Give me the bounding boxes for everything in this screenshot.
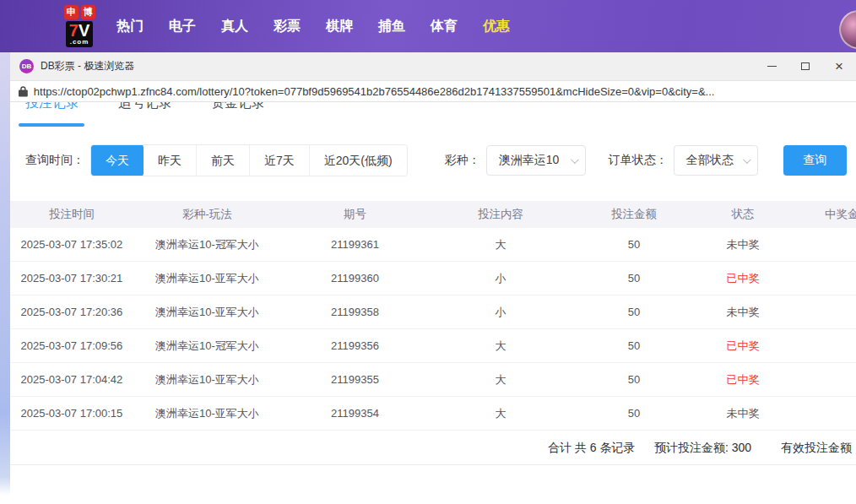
cell-game-play: 澳洲幸运10-亚军大小 bbox=[133, 271, 281, 286]
logo-box: 7V .com bbox=[66, 21, 93, 47]
cell-status: 已中奖 bbox=[696, 339, 790, 354]
cell-bet-time: 2025-03-07 17:00:15 bbox=[10, 407, 133, 420]
logo-v: V bbox=[79, 21, 89, 40]
cell-bet-time: 2025-03-07 17:30:21 bbox=[10, 272, 133, 285]
nav-item-hot[interactable]: 热门 bbox=[116, 18, 144, 35]
cell-content: 小 bbox=[429, 305, 572, 320]
table-row: 2025-03-07 17:00:15 澳洲幸运10-亚军大小 21199354… bbox=[10, 397, 856, 431]
tab-chase-records[interactable]: 追号记录 bbox=[118, 102, 172, 112]
nav-item-sports[interactable]: 体育 bbox=[431, 18, 458, 35]
cell-issue: 21199358 bbox=[281, 306, 429, 318]
time-option-yesterday[interactable]: 昨天 bbox=[144, 144, 196, 176]
summary-total-records: 合计 共 6 条记录 bbox=[548, 441, 635, 456]
nav-item-promos[interactable]: 优惠 bbox=[483, 18, 510, 35]
summary-valid-amount: 有效投注金额 bbox=[781, 441, 852, 456]
page-content: 投注记录 追号记录 资金记录 查询时间： 今天 昨天 前天 近7天 近20天(低… bbox=[10, 102, 856, 504]
cell-issue: 21199354 bbox=[281, 407, 429, 420]
time-option-last-7-days[interactable]: 近7天 bbox=[249, 144, 309, 176]
site-logo[interactable]: 申 博 7V .com bbox=[57, 5, 101, 47]
time-option-day-before[interactable]: 前天 bbox=[196, 144, 249, 176]
cell-content: 大 bbox=[429, 372, 572, 387]
cell-content: 大 bbox=[429, 237, 572, 252]
logo-badge-bo: 博 bbox=[81, 5, 95, 19]
cell-game-play: 澳洲幸运10-亚军大小 bbox=[133, 372, 281, 387]
cell-status: 已中奖 bbox=[696, 372, 790, 387]
cell-bet-time: 2025-03-07 17:35:02 bbox=[10, 238, 133, 251]
logo-badge-shen: 申 bbox=[64, 5, 79, 19]
browser-window: DB DB彩票 - 极速浏览器 × https://ctop02pchwp1.z… bbox=[10, 52, 856, 504]
window-title: DB彩票 - 极速浏览器 bbox=[41, 59, 134, 73]
logo-badges: 申 博 bbox=[57, 5, 101, 19]
active-tab-underline bbox=[19, 123, 84, 127]
table-header-row: 投注时间 彩种-玩法 期号 投注内容 投注金额 状态 中奖金额 bbox=[10, 201, 856, 228]
cell-content: 小 bbox=[429, 271, 572, 286]
logo-7: 7 bbox=[69, 21, 79, 40]
search-button[interactable]: 查询 bbox=[783, 145, 847, 176]
address-bar[interactable]: https://ctop02pchwp1.zfnc84.com/lottery/… bbox=[10, 80, 856, 102]
cell-game-play: 澳洲幸运10-亚军大小 bbox=[133, 406, 281, 421]
filter-bar: 查询时间： 今天 昨天 前天 近7天 近20天(低频) 彩种： 澳洲幸运10 订… bbox=[25, 144, 847, 177]
url-text: https://ctop02pchwp1.zfnc84.com/lottery/… bbox=[34, 85, 848, 98]
nav-item-live[interactable]: 真人 bbox=[221, 18, 248, 35]
cell-bet-time: 2025-03-07 17:04:42 bbox=[10, 373, 133, 386]
site-navbar: 申 博 7V .com 热门 电子 真人 彩票 棋牌 捕鱼 体育 优惠 bbox=[0, 0, 856, 52]
cell-status: 已中奖 bbox=[696, 271, 790, 286]
cell-status: 未中奖 bbox=[696, 305, 790, 320]
time-option-last-20-days[interactable]: 近20天(低频) bbox=[309, 144, 407, 176]
minimize-icon bbox=[767, 66, 777, 67]
cell-game-play: 澳洲幸运10-亚军大小 bbox=[133, 305, 281, 320]
status-filter-label: 订单状态： bbox=[609, 153, 668, 168]
summary-divider bbox=[10, 464, 856, 465]
lottery-select-value: 澳洲幸运10 bbox=[499, 153, 560, 168]
nav-item-slots[interactable]: 电子 bbox=[169, 18, 196, 35]
nav-item-cards[interactable]: 棋牌 bbox=[326, 18, 353, 35]
record-tabs: 投注记录 追号记录 资金记录 bbox=[25, 102, 265, 114]
cell-issue: 21199361 bbox=[281, 238, 429, 251]
header-status: 状态 bbox=[696, 207, 790, 222]
maximize-button[interactable] bbox=[788, 52, 822, 80]
close-icon: × bbox=[835, 59, 843, 73]
tab-fund-records[interactable]: 资金记录 bbox=[211, 102, 265, 112]
table-summary: 合计 共 6 条记录 预计投注金额: 300 有效投注金额 bbox=[10, 432, 856, 464]
time-option-today[interactable]: 今天 bbox=[91, 144, 144, 176]
summary-expected-amount: 预计投注金额: 300 bbox=[654, 441, 751, 456]
cell-issue: 21199356 bbox=[281, 339, 429, 352]
desktop-background-strip bbox=[0, 52, 10, 504]
cell-amount: 50 bbox=[572, 407, 696, 420]
cell-amount: 50 bbox=[572, 306, 696, 318]
cell-issue: 21199355 bbox=[281, 373, 429, 386]
cell-status: 未中奖 bbox=[696, 237, 790, 252]
table-row: 2025-03-07 17:04:42 澳洲幸运10-亚军大小 21199355… bbox=[10, 363, 856, 397]
lock-icon bbox=[19, 85, 28, 97]
table-row: 2025-03-07 17:20:36 澳洲幸运10-亚军大小 21199358… bbox=[10, 295, 856, 329]
chevron-down-icon bbox=[571, 155, 579, 164]
db-favicon-icon: DB bbox=[19, 59, 34, 73]
tab-bet-records[interactable]: 投注记录 bbox=[25, 102, 79, 112]
time-filter-group: 今天 昨天 前天 近7天 近20天(低频) bbox=[90, 144, 408, 176]
table-row: 2025-03-07 17:35:02 澳洲幸运10-冠军大小 21199361… bbox=[10, 228, 856, 262]
cell-bet-time: 2025-03-07 17:20:36 bbox=[10, 306, 133, 318]
lottery-select[interactable]: 澳洲幸运10 bbox=[486, 145, 586, 176]
header-game-play: 彩种-玩法 bbox=[133, 207, 281, 222]
cell-amount: 50 bbox=[572, 272, 696, 285]
user-avatar[interactable] bbox=[839, 10, 856, 49]
cell-bet-time: 2025-03-07 17:09:56 bbox=[10, 339, 133, 352]
header-content: 投注内容 bbox=[429, 207, 572, 222]
nav-item-fishing[interactable]: 捕鱼 bbox=[378, 18, 405, 35]
cell-content: 大 bbox=[429, 339, 572, 354]
cell-game-play: 澳洲幸运10-冠军大小 bbox=[133, 339, 281, 354]
order-status-select[interactable]: 全部状态 bbox=[674, 145, 758, 176]
order-status-value: 全部状态 bbox=[686, 153, 734, 168]
logo-suffix: .com bbox=[69, 39, 89, 46]
bet-records-table: 投注时间 彩种-玩法 期号 投注内容 投注金额 状态 中奖金额 2025-03-… bbox=[10, 201, 856, 431]
header-issue: 期号 bbox=[281, 207, 429, 222]
maximize-icon bbox=[801, 62, 810, 70]
lottery-filter-label: 彩种： bbox=[445, 153, 480, 168]
minimize-button[interactable] bbox=[755, 52, 788, 80]
cell-content: 大 bbox=[429, 406, 572, 421]
cell-amount: 50 bbox=[572, 238, 696, 251]
close-button[interactable]: × bbox=[822, 52, 856, 80]
cell-amount: 50 bbox=[572, 373, 696, 386]
header-win-amount: 中奖金额 bbox=[790, 207, 856, 222]
nav-item-lottery[interactable]: 彩票 bbox=[274, 18, 301, 35]
